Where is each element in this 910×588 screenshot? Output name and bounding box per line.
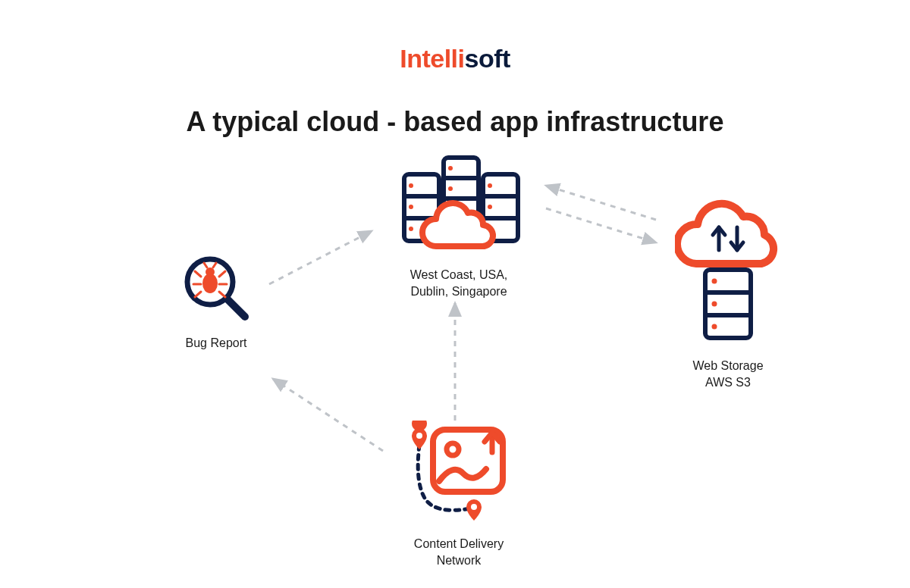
svg-point-41 xyxy=(447,443,459,455)
svg-point-37 xyxy=(712,279,717,284)
svg-point-23 xyxy=(409,205,413,209)
node-web-storage: Web Storage AWS S3 xyxy=(652,197,804,390)
svg-line-10 xyxy=(204,263,207,267)
node-cdn: Content Delivery Network xyxy=(364,421,554,568)
svg-point-29 xyxy=(488,183,492,188)
node-cdn-label: Content Delivery Network xyxy=(364,536,554,568)
svg-line-4 xyxy=(195,271,201,277)
svg-line-8 xyxy=(195,292,201,297)
cdn-icon xyxy=(398,421,519,527)
arrow-storage-to-servers xyxy=(546,186,656,220)
svg-point-26 xyxy=(448,186,453,191)
arrow-bug-to-servers xyxy=(269,231,372,284)
svg-point-39 xyxy=(712,324,717,330)
svg-point-43 xyxy=(416,433,422,439)
brand-logo-part2: soft xyxy=(464,44,510,73)
svg-point-25 xyxy=(448,166,453,170)
server-cluster-icon xyxy=(383,152,535,258)
svg-line-9 xyxy=(219,292,225,297)
node-bug-report: Bug Report xyxy=(148,250,284,352)
diagram-title: A typical cloud - based app infrastructu… xyxy=(187,106,724,138)
svg-line-11 xyxy=(213,263,216,267)
cloud-storage-icon xyxy=(675,197,781,349)
node-servers-label: West Coast, USA, Dublin, Singapore xyxy=(364,267,554,299)
svg-point-22 xyxy=(409,183,413,188)
node-servers: West Coast, USA, Dublin, Singapore xyxy=(364,152,554,299)
magnifier-bug-icon xyxy=(178,250,254,326)
svg-point-38 xyxy=(712,302,717,307)
svg-line-1 xyxy=(227,299,245,317)
svg-point-24 xyxy=(409,227,413,231)
svg-point-30 xyxy=(488,205,492,209)
brand-logo: Intellisoft xyxy=(400,44,510,74)
svg-point-3 xyxy=(206,267,215,277)
svg-line-5 xyxy=(219,271,225,277)
node-bug-report-label: Bug Report xyxy=(148,335,284,352)
node-web-storage-label: Web Storage AWS S3 xyxy=(652,358,804,390)
arrow-servers-to-storage xyxy=(546,208,656,242)
brand-logo-part1: Intelli xyxy=(400,44,464,73)
svg-point-44 xyxy=(471,504,477,510)
